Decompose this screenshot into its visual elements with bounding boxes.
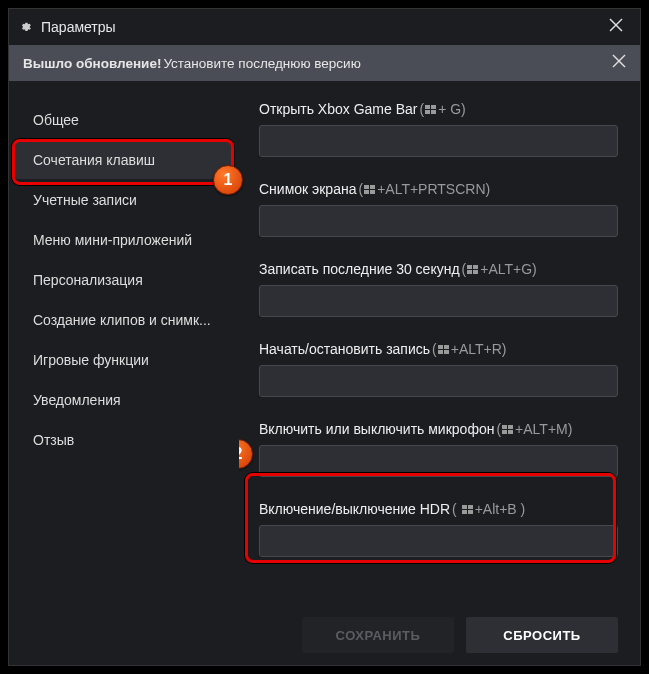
field-label: Снимок экрана (+ALT+PRTSCRN) xyxy=(259,181,618,197)
windows-key-icon xyxy=(364,185,376,195)
tab-gaming[interactable]: Игровые функции xyxy=(15,341,233,379)
field-record-last30: Записать последние 30 секунд (+ALT+G) xyxy=(259,261,618,317)
annotation-badge-2: 2 xyxy=(239,439,253,469)
field-start-stop-record: Начать/остановить запись (+ALT+R) xyxy=(259,341,618,397)
windows-key-icon xyxy=(438,345,450,355)
tab-accounts[interactable]: Учетные записи xyxy=(15,181,233,219)
label-text: Включение/выключение HDR xyxy=(259,501,450,517)
tab-label: Меню мини-приложений xyxy=(33,232,192,248)
windows-key-icon xyxy=(462,505,474,515)
tab-notifications[interactable]: Уведомления xyxy=(15,381,233,419)
tab-shortcuts[interactable]: Сочетания клавиш xyxy=(15,141,233,179)
banner-close-button[interactable] xyxy=(612,54,626,72)
label-text: Включить или выключить микрофон xyxy=(259,421,494,437)
tab-label: Учетные записи xyxy=(33,192,137,208)
tab-captures[interactable]: Создание клипов и снимк... xyxy=(15,301,233,339)
tab-feedback[interactable]: Отзыв xyxy=(15,421,233,459)
banner-text: Установите последнюю версию xyxy=(163,56,612,71)
label-text: Записать последние 30 секунд xyxy=(259,261,460,277)
gear-icon xyxy=(19,20,33,34)
field-label: Открыть Xbox Game Bar (+ G) xyxy=(259,101,618,117)
tab-label: Создание клипов и снимк... xyxy=(33,312,211,328)
label-text: Снимок экрана xyxy=(259,181,356,197)
field-label: Записать последние 30 секунд (+ALT+G) xyxy=(259,261,618,277)
shortcut-input[interactable] xyxy=(259,525,618,557)
button-label: СОХРАНИТЬ xyxy=(336,628,421,643)
shortcut-input[interactable] xyxy=(259,285,618,317)
shortcut-input[interactable] xyxy=(259,365,618,397)
footer-buttons: СОХРАНИТЬ СБРОСИТЬ xyxy=(302,617,618,653)
settings-window: Параметры Вышло обновление! Установите п… xyxy=(8,8,641,666)
shortcut-text: (+ALT+M) xyxy=(496,421,572,437)
shortcut-text: (+ G) xyxy=(419,101,465,117)
label-text: Открыть Xbox Game Bar xyxy=(259,101,417,117)
tab-general[interactable]: Общее xyxy=(15,101,233,139)
shortcut-text: ( +Alt+B ) xyxy=(452,501,525,517)
label-text: Начать/остановить запись xyxy=(259,341,430,357)
field-label: Начать/остановить запись (+ALT+R) xyxy=(259,341,618,357)
field-toggle-mic: Включить или выключить микрофон (+ALT+M) xyxy=(259,421,618,477)
body: Общее Сочетания клавиш Учетные записи Ме… xyxy=(9,81,640,665)
save-button[interactable]: СОХРАНИТЬ xyxy=(302,617,454,653)
reset-button[interactable]: СБРОСИТЬ xyxy=(466,617,618,653)
banner-bold: Вышло обновление! xyxy=(23,56,161,71)
tab-label: Сочетания клавиш xyxy=(33,152,155,168)
tab-personalization[interactable]: Персонализация xyxy=(15,261,233,299)
field-open-gamebar: Открыть Xbox Game Bar (+ G) xyxy=(259,101,618,157)
window-close-button[interactable] xyxy=(602,18,630,36)
content-panel: Открыть Xbox Game Bar (+ G) Снимок экран… xyxy=(239,81,640,665)
windows-key-icon xyxy=(467,265,479,275)
tab-widgets-menu[interactable]: Меню мини-приложений xyxy=(15,221,233,259)
shortcut-input[interactable] xyxy=(259,205,618,237)
windows-key-icon xyxy=(502,425,514,435)
shortcut-text: (+ALT+PRTSCRN) xyxy=(358,181,490,197)
shortcut-input[interactable] xyxy=(259,125,618,157)
field-label: Включение/выключение HDR ( +Alt+B ) xyxy=(259,501,618,517)
button-label: СБРОСИТЬ xyxy=(503,628,580,643)
field-toggle-hdr: Включение/выключение HDR ( +Alt+B ) xyxy=(259,501,618,557)
update-banner: Вышло обновление! Установите последнюю в… xyxy=(9,45,640,81)
window-title: Параметры xyxy=(41,19,602,35)
shortcut-input[interactable] xyxy=(259,445,618,477)
tab-label: Отзыв xyxy=(33,432,74,448)
sidebar: Общее Сочетания клавиш Учетные записи Ме… xyxy=(9,81,239,665)
field-screenshot: Снимок экрана (+ALT+PRTSCRN) xyxy=(259,181,618,237)
windows-key-icon xyxy=(425,105,437,115)
shortcut-text: (+ALT+R) xyxy=(432,341,506,357)
tab-label: Персонализация xyxy=(33,272,143,288)
field-label: Включить или выключить микрофон (+ALT+M) xyxy=(259,421,618,437)
tab-label: Уведомления xyxy=(33,392,121,408)
titlebar: Параметры xyxy=(9,9,640,45)
tab-label: Общее xyxy=(33,112,79,128)
tab-label: Игровые функции xyxy=(33,352,149,368)
shortcut-text: (+ALT+G) xyxy=(462,261,537,277)
